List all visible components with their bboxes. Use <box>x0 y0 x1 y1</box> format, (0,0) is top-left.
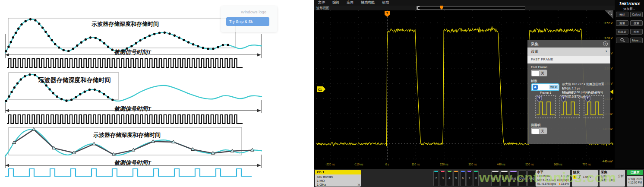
frame-waveform-preview: T <box>535 94 556 118</box>
zoom-corner-icon[interactable] <box>605 10 613 19</box>
menu-item-3[interactable]: 辅助功能 <box>361 0 375 5</box>
x-tick-label: 0 s <box>385 163 389 166</box>
menu-item-0[interactable]: 文件 <box>318 0 325 5</box>
frame-count-input[interactable]: A 50 k <box>531 83 559 91</box>
channel1-settings: 440 mV/div 1 MΩ 1 GHz ⇲ <box>315 174 361 187</box>
settings-label: 设置 <box>531 49 538 54</box>
diagram2-time-label: 被测信号时间T <box>109 105 156 113</box>
y-tick-label: 3.52 V <box>604 22 612 25</box>
overview-trigger-marker[interactable] <box>440 6 443 10</box>
record-overview-bar[interactable] <box>417 6 525 10</box>
waveform-view-tab[interactable]: 波形视图 <box>316 6 329 10</box>
help-icon[interactable]: ? <box>603 41 608 46</box>
sidebar-button-2[interactable]: 测量 <box>616 20 628 26</box>
frame-preview-0: Frame 1T <box>535 91 556 120</box>
menu-item-2[interactable]: 应用 <box>347 0 354 5</box>
channel-6-button[interactable]: 6 <box>460 170 466 186</box>
frame-waveform-preview: T <box>584 94 604 118</box>
svg-text:T: T <box>386 12 388 15</box>
svg-text:T: T <box>587 97 589 100</box>
sidebar-button-1[interactable]: Callout <box>630 12 643 17</box>
magnifier-icon <box>620 38 625 42</box>
channel-3-button[interactable]: 3 <box>440 170 445 186</box>
info-line: 帧时长:1.1 μs <box>562 86 609 91</box>
sidebar-button-5[interactable]: 绘图 <box>630 29 643 35</box>
x-tick-label: 770 ns <box>582 163 591 166</box>
frame-preview-1: Frame 2T <box>559 91 580 120</box>
dialog-header[interactable]: 采集 ? <box>527 40 610 48</box>
toggle-knob <box>532 70 540 76</box>
fastframe-section-header: FAST FRAME <box>527 56 610 63</box>
menu-item-4[interactable]: 帮助 <box>382 0 389 5</box>
overview-bracket <box>417 6 420 10</box>
oscilloscope-app: 文件编辑应用辅助功能帮助 波形视图 -220 ns-110 ns0 s110 n… <box>314 0 644 187</box>
sidebar-button-7[interactable]: More... <box>630 38 643 43</box>
acquisition-dialog: 采集 ? 设置 › FAST FRAME Fast Frame 关 帧数 A 5… <box>527 40 610 144</box>
toggle-knob <box>532 128 540 134</box>
menu-bar: 文件编辑应用辅助功能帮助 <box>314 0 644 6</box>
x-tick-label: -110 ns <box>354 163 363 166</box>
fastframe-label: Fast Frame <box>531 65 547 69</box>
x-tick-label: -220 ns <box>325 163 335 166</box>
x-tick-label: 550 ns <box>525 163 534 166</box>
sidebar-button-4[interactable]: 结果表 <box>616 29 628 35</box>
frame-waveform-preview: T <box>559 94 580 118</box>
y-bottom-label: -440 mV <box>602 160 612 163</box>
tektronix-logo: Tektronix <box>615 1 644 6</box>
svg-text:T: T <box>538 97 540 100</box>
view-strip: 波形视图 <box>314 6 644 10</box>
sidebar-button-0[interactable]: 光标 <box>616 12 628 17</box>
frame-trigger-flag: T <box>537 96 542 102</box>
try-snip-button[interactable]: Try Snip & Sk <box>226 17 269 26</box>
frame-trigger-flag: T <box>585 96 590 102</box>
channel1-marker[interactable]: C1 <box>317 86 325 92</box>
expand-icon: ⇲ <box>357 183 360 187</box>
screenshot-root: 示波器存储深度和存储时间 示波器存储深度和存储时间 示波器存储深度和存储时间 被… <box>0 0 644 187</box>
frame-count-label: 帧数 <box>531 79 537 83</box>
x-tick-label: 440 ns <box>497 163 505 166</box>
diagram3-time-label: 被测信号时间T <box>109 159 156 167</box>
sampling-diagrams-panel: 示波器存储深度和存储时间 示波器存储深度和存储时间 示波器存储深度和存储时间 被… <box>0 0 314 187</box>
triggered-status-button[interactable]: 已触发 <box>627 170 643 175</box>
x-tick-label: 110 ns <box>411 163 420 166</box>
popup-title: Windows logo <box>241 10 266 14</box>
add-new-heading: 添加新... <box>615 7 644 11</box>
diagram1-time-label: 被测信号时间T <box>109 48 156 56</box>
menu-item-1[interactable]: 编辑 <box>332 0 339 5</box>
channel-5-button[interactable]: 5 <box>453 170 459 186</box>
settings-row[interactable]: 设置 › <box>527 48 610 56</box>
y-tick-label: 3.08 V <box>604 37 612 40</box>
acquisition-value: 分析 <box>618 174 624 178</box>
sidebar-button-3[interactable]: 搜索 <box>630 20 643 26</box>
channel-8-button[interactable]: 8 <box>473 170 479 186</box>
overview-line <box>418 8 523 8</box>
svg-text:C1: C1 <box>318 88 322 91</box>
diagram1-title: 示波器存储深度和存储时间 <box>88 20 162 28</box>
channel-2-button[interactable]: 2 <box>433 170 439 186</box>
diagram2-title: 示波器存储深度和存储时间 <box>32 76 117 84</box>
svg-text:T: T <box>562 97 565 100</box>
info-line: 最大值 =72.727 k 使用这些设置 <box>562 82 609 86</box>
right-sidebar: Tektronix 添加新... 光标Callout测量搜索结果表绘图More.… <box>615 0 644 168</box>
x-tick-label: 660 ns <box>554 163 562 166</box>
watermark: www.cntronics.com <box>479 170 616 186</box>
trigger-position-flag[interactable]: T <box>385 11 390 17</box>
windows-notification-popup: Windows logo Try Snip & Sk <box>221 6 277 32</box>
channel1-badge[interactable]: Ch 1 440 mV/div 1 MΩ 1 GHz ⇲ <box>315 170 361 187</box>
zoom-button[interactable] <box>616 38 628 43</box>
summary-frame-toggle[interactable]: 关 <box>531 127 547 134</box>
frame-preview-2: Frame NT <box>584 91 604 120</box>
channel-7-button[interactable]: 7 <box>467 170 472 186</box>
channel-4-button[interactable]: 4 <box>447 170 452 186</box>
channel1-label: Ch 1 <box>315 170 361 174</box>
datetime-display: 17 6月 2020 4:15:00 PM <box>627 176 643 187</box>
x-tick-label: 330 ns <box>468 163 477 166</box>
chevron-right-icon: › <box>606 49 607 54</box>
x-tick-label: 220 ns <box>440 163 448 166</box>
frame-trigger-flag: T <box>561 96 566 102</box>
summary-frame-label: 摘要帧 <box>531 123 541 127</box>
dialog-title: 采集 <box>531 41 539 47</box>
trigger-level-arrow[interactable] <box>610 89 613 94</box>
frame-count-value: 50 k <box>549 85 558 89</box>
fastframe-toggle[interactable]: 关 <box>531 70 547 76</box>
